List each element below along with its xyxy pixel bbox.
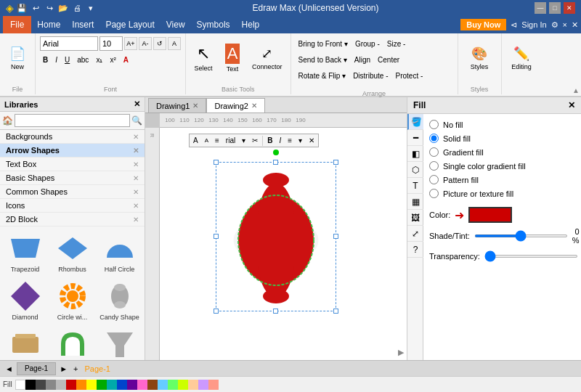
superscript-btn[interactable]: x² [107,52,118,67]
radio-solid-fill[interactable] [429,134,439,143]
library-item-icons[interactable]: Icons✕ [0,199,145,213]
send-to-back-btn[interactable]: Send to Back ▾ [296,52,350,67]
strikethrough-btn[interactable]: abc [74,52,92,67]
mini-dropdown-btn[interactable]: ▾ [239,135,248,146]
mini-font-a-btn[interactable]: A [190,135,201,146]
subscript-btn[interactable]: x₁ [93,52,105,67]
search-icon[interactable]: 🔍 [131,115,142,126]
bold-btn[interactable]: B [40,52,51,67]
fill-option-solid[interactable]: Solid fill [429,134,575,143]
fill-option-gradient[interactable]: Gradient fill [429,147,575,157]
font-name-input[interactable] [40,36,98,51]
font-extra-btn[interactable]: A [168,37,181,50]
mini-align-btn[interactable]: ≡ [212,135,222,146]
underline-btn[interactable]: U [62,52,73,67]
menu-insert[interactable]: Insert [66,16,99,33]
bring-to-front-btn[interactable]: Bring to Front ▾ [296,36,351,51]
palette-lime[interactable] [178,380,188,390]
palette-gray1[interactable] [36,380,46,390]
mini-scissors-btn[interactable]: ✂ [249,135,261,146]
palette-green[interactable] [97,380,107,390]
canvas-inner[interactable] [160,128,407,360]
mini-italic-btn[interactable]: I [276,135,284,146]
palette-black[interactable] [25,380,36,390]
palette-purple[interactable] [127,380,137,390]
page-prev-btn[interactable]: ◄ [3,364,15,373]
undo-btn[interactable]: ↩ [30,4,41,13]
shape-diamond[interactable]: Diamond [3,277,47,322]
rotate-flip-btn[interactable]: Rotate & Flip ▾ [296,68,349,83]
handle-br[interactable] [333,309,338,314]
tab-drawing1[interactable]: Drawing1 ✕ [148,98,206,113]
menu-view[interactable]: View [161,16,191,33]
mini-font-a2-btn[interactable]: A [202,136,211,145]
home-icon[interactable]: 🏠 [2,115,13,126]
palette-light-green[interactable] [168,380,178,390]
print-btn[interactable]: 🖨 [71,4,83,13]
handle-bm[interactable] [273,309,278,314]
palette-salmon[interactable] [208,380,219,390]
tab-drawing2-close[interactable]: ✕ [251,102,257,110]
page-tab-1[interactable]: Page-1 [17,362,56,375]
radio-single-gradient[interactable] [429,161,439,171]
share-icon[interactable]: ⊲ [511,20,517,30]
size-btn[interactable]: Size - [384,36,409,51]
menu-symbols[interactable]: Symbols [191,16,236,33]
handle-mr[interactable] [333,234,338,239]
select-tool-btn[interactable]: ↖ Select [190,38,216,78]
library-item-common-shapes[interactable]: Common Shapes✕ [0,185,145,199]
menu-page-layout[interactable]: Page Layout [99,16,160,33]
palette-blue[interactable] [117,380,127,390]
image-icon-btn[interactable]: 🖼 [407,210,423,226]
handle-tr[interactable] [333,160,338,165]
shape-funnel[interactable]: Funnel [97,325,142,360]
transparency-slider[interactable] [484,255,578,258]
tab-drawing1-close[interactable]: ✕ [192,102,198,110]
palette-brown[interactable] [147,380,158,390]
protect-btn[interactable]: Protect - [392,68,426,83]
page-add-btn[interactable]: + [71,364,80,373]
library-item-2d-block[interactable]: 2D Block✕ [0,213,145,226]
menu-home[interactable]: Home [31,16,66,33]
libraries-close-btn[interactable]: ✕ [134,99,140,109]
mini-more-btn[interactable]: ▾ [296,135,305,146]
connector-tool-btn[interactable]: ⤢ Connector [248,38,286,78]
shape-broken[interactable]: Broken Co... [3,325,47,360]
palette-peach[interactable] [188,380,198,390]
distribute-btn[interactable]: Distribute - [350,68,391,83]
center-btn[interactable]: Center [375,52,402,67]
drawing-canvas[interactable]: A A ≡ rial ▾ ✂ B I ≡ ▾ ✕ 100 110 120 130 [145,113,407,360]
ribbon-collapse-btn[interactable]: ▲ [572,86,580,94]
fill-panel-close-btn[interactable]: ✕ [568,100,575,110]
shape-candy[interactable]: Candy Shape [97,277,142,322]
font-size-input[interactable] [99,36,123,51]
rotation-handle[interactable] [273,150,279,155]
align-btn[interactable]: Align [352,52,373,67]
line-icon-btn[interactable]: ━ [407,130,423,146]
candy-shape-svg[interactable] [218,164,334,309]
handle-bl[interactable] [214,309,219,314]
text-tool-btn[interactable]: A Text [219,38,245,78]
buy-now-btn[interactable]: Buy Now [460,19,506,30]
fill-icon-btn[interactable]: 🪣 [407,114,423,130]
tab-drawing2[interactable]: Drawing2 ✕ [206,98,264,113]
shape-circle-wave[interactable]: Circle wi... [50,277,94,322]
new-btn[interactable]: 📄 New [4,38,31,78]
radio-picture-fill[interactable] [429,189,439,198]
shape-trapezoid[interactable]: Trapezoid [3,229,47,274]
radio-gradient-fill[interactable] [429,147,439,157]
palette-lavender[interactable] [198,380,208,390]
palette-orange[interactable] [76,380,86,390]
palette-gray2[interactable] [46,380,56,390]
3d-icon-btn[interactable]: ⬡ [407,162,423,178]
selected-shape-container[interactable] [218,164,334,309]
library-item-text-box[interactable]: Text Box✕ [0,158,145,171]
palette-white[interactable] [15,380,25,390]
fill-option-pattern[interactable]: Pattern fill [429,175,575,184]
styles-btn[interactable]: 🎨 Styles [466,38,492,78]
minimize-btn[interactable]: — [535,2,546,14]
color-picker-btn[interactable] [468,207,512,223]
palette-red[interactable] [66,380,76,390]
fill-option-picture[interactable]: Picture or texture fill [429,189,575,198]
maximize-btn[interactable]: □ [549,2,561,14]
